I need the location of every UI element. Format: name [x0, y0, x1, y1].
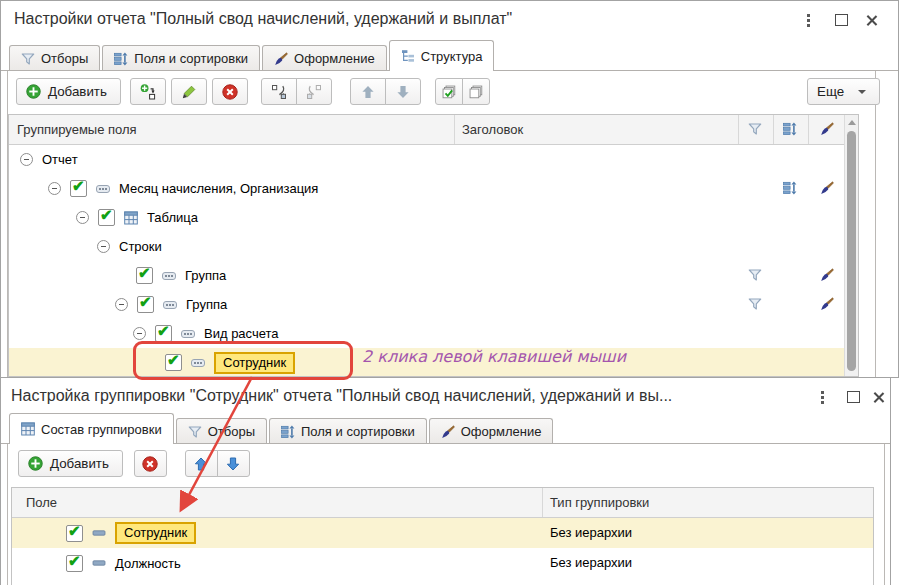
add-group-button[interactable] — [130, 78, 166, 105]
move-down-button[interactable] — [385, 78, 421, 105]
dash-icon — [92, 530, 106, 536]
tab-structure[interactable]: Структура — [389, 40, 495, 71]
structure-icon — [401, 49, 415, 63]
more-button-label: Еще — [817, 84, 844, 99]
grouping-icon — [181, 330, 195, 338]
edit-button[interactable] — [171, 78, 207, 105]
tab-fields-sorting[interactable]: Поля и сортировки — [102, 45, 260, 71]
grouping-type-value: Без иерархии — [550, 555, 632, 570]
field-row-position[interactable]: Должность Без иерархии — [12, 548, 873, 578]
column-field[interactable]: Поле — [26, 495, 57, 510]
add-group-icon — [140, 84, 156, 100]
more-button[interactable]: Еще — [807, 78, 880, 105]
brush-icon — [441, 425, 455, 439]
plus-icon — [28, 456, 43, 471]
tab-filters[interactable]: Отборы — [176, 418, 267, 444]
close-button[interactable] — [862, 11, 880, 29]
window-menu-button[interactable] — [813, 388, 831, 406]
tree-row-table[interactable]: Таблица — [9, 203, 858, 232]
field-label: Должность — [115, 556, 181, 571]
grid-header: Поле Тип группировки — [12, 488, 873, 518]
tree-label: Группа — [186, 297, 227, 312]
toolbar: Добавить — [16, 78, 490, 105]
tree-row-month-org[interactable]: Месяц начисления, Организация — [9, 174, 858, 203]
grouping-settings-window: Настройка группировки "Сотрудник" отчета… — [0, 377, 891, 585]
delete-icon — [222, 84, 238, 100]
column-grouping-type[interactable]: Тип группировки — [550, 495, 649, 510]
maximize-button[interactable] — [844, 388, 862, 406]
brush-icon[interactable] — [820, 268, 834, 282]
add-button[interactable]: Добавить — [18, 450, 123, 477]
scroll-up-icon[interactable] — [848, 120, 856, 125]
uncheck-all-icon — [469, 84, 483, 100]
field-label-highlighted: Сотрудник — [115, 522, 196, 544]
grid-icon — [21, 422, 35, 436]
tab-fields-sorting[interactable]: Поля и сортировки — [269, 418, 427, 444]
close-icon — [865, 14, 878, 27]
checkbox-checked[interactable] — [70, 180, 87, 197]
sort-icon[interactable] — [783, 181, 797, 195]
maximize-button[interactable] — [832, 11, 850, 29]
brush-icon[interactable] — [820, 181, 834, 195]
tree-label: Таблица — [147, 210, 198, 225]
delete-button[interactable] — [212, 78, 248, 105]
tab-appearance[interactable]: Оформление — [429, 418, 554, 444]
checkbox-checked[interactable] — [136, 267, 153, 284]
sort-icon — [281, 425, 295, 439]
window-title: Настройка группировки "Сотрудник" отчета… — [11, 387, 672, 405]
funnel-icon[interactable] — [748, 268, 762, 282]
funnel-icon — [21, 52, 35, 66]
window-menu-button[interactable] — [799, 11, 817, 29]
uncheck-all-button[interactable] — [462, 78, 490, 105]
tab-bar: Отборы Поля и сортировки Оформление Стру… — [9, 41, 496, 71]
collapse-icon[interactable] — [97, 240, 110, 253]
move-into-group-button[interactable] — [261, 78, 297, 105]
move-up-button[interactable] — [350, 78, 386, 105]
column-grouped-fields[interactable]: Группируемые поля — [17, 122, 137, 137]
tree-row-group-2[interactable]: Группа — [9, 290, 858, 319]
checkbox-checked[interactable] — [98, 209, 115, 226]
collapse-icon[interactable] — [20, 153, 33, 166]
move-up-button[interactable] — [185, 450, 218, 477]
brush-column-icon — [820, 122, 834, 136]
delete-button[interactable] — [134, 450, 167, 477]
move-out-of-group-button[interactable] — [296, 78, 332, 105]
move-down-button[interactable] — [217, 450, 250, 477]
collapse-icon[interactable] — [115, 298, 128, 311]
tab-label: Отборы — [41, 51, 88, 66]
arrow-down-icon — [396, 85, 410, 99]
field-row-employee[interactable]: Сотрудник Без иерархии — [12, 518, 873, 548]
tree-label: Строки — [119, 239, 162, 254]
tab-grouping-content[interactable]: Состав группировки — [9, 413, 174, 444]
tree-label: Месяц начисления, Организация — [119, 181, 318, 196]
checkbox-checked[interactable] — [66, 525, 83, 542]
checkbox-checked[interactable] — [155, 325, 172, 342]
collapse-icon[interactable] — [48, 182, 61, 195]
close-button[interactable] — [869, 388, 887, 406]
tab-filters[interactable]: Отборы — [9, 45, 100, 71]
scrollbar-thumb[interactable] — [847, 131, 856, 371]
pencil-icon — [182, 85, 196, 99]
tab-appearance[interactable]: Оформление — [262, 45, 387, 71]
tree-row-report[interactable]: Отчет — [9, 145, 858, 174]
tree-label: Группа — [185, 268, 226, 283]
tab-bar: Состав группировки Отборы Поля и сортиро… — [9, 414, 555, 444]
collapse-icon[interactable] — [76, 211, 89, 224]
check-all-button[interactable] — [435, 78, 463, 105]
caret-down-icon — [858, 90, 866, 94]
add-button[interactable]: Добавить — [16, 78, 121, 105]
checkbox-checked[interactable] — [66, 555, 83, 572]
vertical-scrollbar[interactable] — [844, 115, 858, 376]
column-header[interactable]: Заголовок — [462, 122, 523, 137]
sort-icon — [114, 52, 128, 66]
tree-label: Отчет — [42, 152, 78, 167]
tree-row-group-1[interactable]: Группа — [9, 261, 858, 290]
collapse-icon[interactable] — [133, 327, 146, 340]
checkbox-checked[interactable] — [137, 296, 154, 313]
funnel-icon[interactable] — [748, 297, 762, 311]
move-into-group-icon — [271, 84, 287, 100]
grid-header: Группируемые поля Заголовок — [9, 115, 858, 145]
tree-row-rows[interactable]: Строки — [9, 232, 858, 261]
brush-icon[interactable] — [820, 297, 834, 311]
tab-label: Отборы — [208, 424, 255, 439]
